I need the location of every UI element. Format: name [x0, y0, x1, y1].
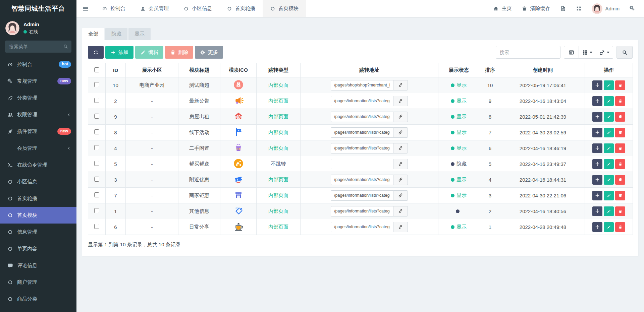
sidebar-item-5[interactable]: 会员管理: [0, 140, 76, 157]
row-edit-button[interactable]: [604, 159, 614, 169]
jump-url-input[interactable]: [331, 127, 393, 138]
jump-url-input[interactable]: [331, 206, 393, 216]
sidebar-item-0[interactable]: 控制台hot: [0, 56, 76, 73]
language-button[interactable]: [560, 6, 566, 11]
select-all-checkbox[interactable]: [94, 67, 99, 72]
link-button[interactable]: [393, 143, 408, 153]
add-button[interactable]: 添加: [105, 46, 133, 59]
drag-sort-button[interactable]: [592, 80, 602, 90]
more-button[interactable]: 更多: [195, 46, 223, 59]
delete-button[interactable]: 删除: [165, 46, 193, 59]
sidebar-item-12[interactable]: 评论信息: [0, 257, 76, 274]
drag-sort-button[interactable]: [592, 175, 602, 185]
drag-sort-button[interactable]: [592, 112, 602, 122]
link-button[interactable]: [393, 206, 408, 216]
row-delete-button[interactable]: [615, 96, 625, 106]
row-checkbox[interactable]: [94, 224, 99, 229]
row-edit-button[interactable]: [604, 128, 614, 137]
drag-sort-button[interactable]: [592, 222, 602, 232]
sidebar-item-6[interactable]: 在线命令管理: [0, 157, 76, 173]
jump-url-input[interactable]: [331, 159, 393, 169]
sidebar-item-7[interactable]: 小区信息: [0, 173, 76, 190]
fullscreen-button[interactable]: [576, 6, 582, 11]
filter-tab-0[interactable]: 全部: [82, 28, 104, 40]
row-delete-button[interactable]: [615, 206, 625, 216]
row-delete-button[interactable]: [615, 191, 625, 200]
row-edit-button[interactable]: [604, 206, 614, 216]
row-delete-button[interactable]: [615, 159, 625, 169]
top-tab-1[interactable]: 会员管理: [133, 0, 176, 17]
row-delete-button[interactable]: [615, 175, 625, 185]
row-delete-button[interactable]: [615, 112, 625, 122]
jump-url-input[interactable]: [331, 222, 393, 232]
row-checkbox[interactable]: [94, 129, 99, 134]
row-checkbox[interactable]: [94, 161, 99, 166]
row-edit-button[interactable]: [604, 143, 614, 153]
link-button[interactable]: [393, 127, 408, 138]
row-checkbox[interactable]: [94, 192, 99, 197]
menu-search-input[interactable]: [5, 41, 71, 53]
jump-url-input[interactable]: [331, 175, 393, 185]
row-checkbox[interactable]: [94, 114, 99, 119]
jump-url-input[interactable]: [331, 112, 393, 122]
sidebar-item-9[interactable]: 首页模块: [0, 207, 76, 224]
sidebar-item-4[interactable]: 插件管理new: [0, 123, 76, 140]
row-edit-button[interactable]: [604, 80, 614, 90]
top-tab-2[interactable]: 小区信息: [176, 0, 219, 17]
clear-cache-button[interactable]: 清除缓存: [522, 5, 550, 12]
user-menu[interactable]: Admin: [592, 3, 620, 14]
row-checkbox[interactable]: [94, 177, 99, 182]
filter-tab-2[interactable]: 显示: [128, 28, 151, 40]
row-checkbox[interactable]: [94, 208, 99, 213]
link-button[interactable]: [393, 190, 408, 201]
link-button[interactable]: [393, 159, 408, 169]
edit-button[interactable]: 编辑: [135, 46, 163, 59]
jump-url-input[interactable]: [331, 190, 393, 201]
row-delete-button[interactable]: [615, 128, 625, 137]
jump-url-input[interactable]: [331, 96, 393, 106]
drag-sort-button[interactable]: [592, 191, 602, 200]
drag-sort-button[interactable]: [592, 159, 602, 169]
refresh-button[interactable]: [88, 46, 104, 59]
sidebar-item-2[interactable]: 分类管理: [0, 89, 76, 106]
link-button[interactable]: [393, 96, 408, 106]
sidebar-item-1[interactable]: 常规管理new: [0, 73, 76, 89]
link-button[interactable]: [393, 175, 408, 185]
link-button[interactable]: [393, 80, 408, 90]
sidebar-item-13[interactable]: 商户管理: [0, 274, 76, 291]
menu-toggle-button[interactable]: [76, 0, 95, 17]
jump-url-input[interactable]: [331, 143, 393, 153]
row-checkbox[interactable]: [94, 98, 99, 103]
drag-sort-button[interactable]: [592, 96, 602, 106]
row-edit-button[interactable]: [604, 112, 614, 122]
row-delete-button[interactable]: [615, 80, 625, 90]
export-button[interactable]: [596, 46, 613, 59]
sidebar-item-8[interactable]: 首页轮播: [0, 190, 76, 207]
row-edit-button[interactable]: [604, 222, 614, 232]
sidebar-item-11[interactable]: 单页内容: [0, 240, 76, 257]
sidebar-item-14[interactable]: 商品分类: [0, 291, 76, 307]
top-tab-4[interactable]: 首页模块: [263, 0, 306, 17]
row-edit-button[interactable]: [604, 175, 614, 185]
filter-tab-1[interactable]: 隐藏: [105, 28, 127, 40]
drag-sort-button[interactable]: [592, 128, 602, 137]
row-delete-button[interactable]: [615, 222, 625, 232]
row-edit-button[interactable]: [604, 96, 614, 106]
top-tab-3[interactable]: 首页轮播: [219, 0, 263, 17]
table-search-input[interactable]: [496, 46, 560, 59]
columns-button[interactable]: [579, 46, 596, 59]
sidebar-item-10[interactable]: 信息管理: [0, 224, 76, 240]
jump-url-input[interactable]: [331, 80, 393, 90]
link-button[interactable]: [393, 222, 408, 232]
settings-button[interactable]: [630, 6, 635, 11]
detail-view-button[interactable]: [564, 46, 579, 59]
row-delete-button[interactable]: [615, 143, 625, 153]
drag-sort-button[interactable]: [592, 143, 602, 153]
drag-sort-button[interactable]: [592, 206, 602, 216]
link-button[interactable]: [393, 112, 408, 122]
row-checkbox[interactable]: [94, 145, 99, 150]
sidebar-item-3[interactable]: 权限管理: [0, 106, 76, 123]
top-tab-0[interactable]: 控制台: [95, 0, 133, 17]
home-link[interactable]: 主页: [493, 5, 512, 12]
search-button[interactable]: [616, 46, 633, 59]
